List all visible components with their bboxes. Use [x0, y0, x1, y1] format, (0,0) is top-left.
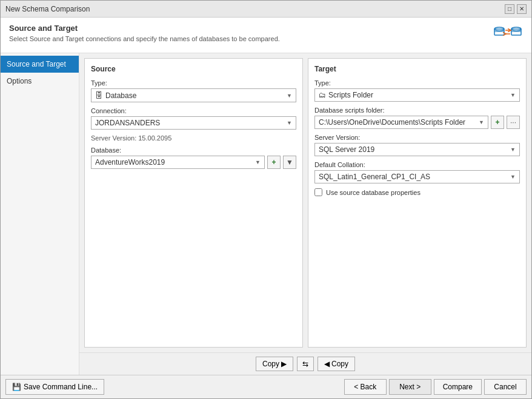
footer-right: < Back Next > Compare Cancel [344, 379, 527, 395]
target-collation-group: Default Collation: SQL_Latin1_General_CP… [314, 161, 520, 183]
next-button[interactable]: Next > [389, 379, 431, 395]
header-text: Source and Target Select Source and Targ… [9, 24, 493, 42]
target-panel-title: Target [314, 65, 520, 73]
target-sv-arrow: ▼ [510, 147, 516, 153]
cancel-button[interactable]: Cancel [484, 379, 527, 395]
back-button[interactable]: < Back [344, 379, 387, 395]
target-use-source-props-checkbox[interactable] [314, 188, 322, 196]
target-panel: Target Type: 🗂 Scripts Folder ▼ Databa [308, 58, 527, 348]
source-type-arrow: ▼ [287, 93, 292, 99]
sidebar-item-source-target[interactable]: Source and Target [1, 56, 79, 73]
main-window: New Schema Comparison □ ✕ Source and Tar… [0, 0, 532, 399]
target-collation-dropdown[interactable]: SQL_Latin1_General_CP1_CI_AS ▼ [314, 170, 520, 183]
copy-left-arrow-icon: ▶ [281, 360, 287, 368]
header-section: Source and Target Select Source and Targ… [1, 18, 531, 53]
save-icon: 💾 [12, 383, 21, 391]
target-use-source-props-label[interactable]: Use source database properties [326, 189, 421, 196]
source-spacer [91, 174, 296, 341]
header-icon [493, 24, 523, 48]
target-type-dropdown[interactable]: 🗂 Scripts Folder ▼ [314, 88, 520, 102]
target-collation-arrow: ▼ [510, 174, 516, 180]
source-database-row: AdventureWorks2019 ▼ + ▼ [91, 156, 296, 169]
title-bar: New Schema Comparison □ ✕ [1, 1, 531, 18]
target-folder-add-button[interactable]: + [491, 116, 504, 129]
footer-left: 💾 Save Command Line... [5, 379, 104, 395]
target-scripts-folder-row: C:\Users\OneDrive\Documents\Scripts Fold… [314, 116, 520, 129]
sidebar-item-options[interactable]: Options [1, 73, 79, 90]
target-scripts-folder-group: Database scripts folder: C:\Users\OneDri… [314, 107, 520, 129]
source-connection-arrow: ▼ [287, 120, 292, 126]
source-database-add-button[interactable]: + [267, 156, 281, 169]
copy-right-button[interactable]: ◀ Copy [318, 357, 355, 371]
close-button[interactable]: ✕ [517, 4, 527, 14]
copy-left-button[interactable]: Copy ▶ [256, 357, 293, 371]
minimize-button[interactable]: □ [505, 4, 514, 14]
source-connection-label: Connection: [91, 107, 296, 114]
target-folder-browse-button[interactable]: ··· [507, 116, 520, 129]
target-scripts-folder-label: Database scripts folder: [314, 107, 520, 114]
source-panel-title: Source [91, 65, 296, 73]
source-type-label: Type: [91, 79, 296, 87]
main-content: Source and Target Options Source Type: 🗄 [1, 53, 531, 375]
panels-row: Source Type: 🗄 Database ▼ Connection: [79, 53, 531, 352]
target-folder-icon: 🗂 [319, 91, 326, 99]
schema-comparison-icon [494, 24, 522, 47]
source-server-version: Server Version: 15.00.2095 [91, 134, 296, 142]
source-connection-dropdown[interactable]: JORDANSANDERS ▼ [91, 116, 296, 130]
source-type-group: Type: 🗄 Database ▼ [91, 79, 296, 102]
target-spacer [314, 201, 520, 341]
target-server-version-label: Server Version: [314, 134, 520, 141]
source-panel: Source Type: 🗄 Database ▼ Connection: [84, 58, 303, 348]
target-scripts-folder-dropdown[interactable]: C:\Users\OneDrive\Documents\Scripts Fold… [314, 116, 488, 129]
source-database-arrow: ▼ [255, 159, 261, 165]
header-description: Select Source and Target connections and… [9, 35, 493, 42]
source-database-label: Database: [91, 147, 296, 154]
target-server-version-dropdown[interactable]: SQL Server 2019 ▼ [314, 143, 520, 156]
target-type-arrow: ▼ [510, 92, 516, 98]
sidebar: Source and Target Options [1, 53, 79, 375]
source-database-dropdown[interactable]: AdventureWorks2019 ▼ [91, 156, 265, 169]
target-folder-dropdown-arrow: ▼ [479, 119, 484, 125]
compare-button[interactable]: Compare [434, 379, 482, 395]
footer: 💾 Save Command Line... < Back Next > Com… [1, 375, 531, 398]
target-type-label: Type: [314, 79, 520, 87]
panels-area: Source Type: 🗄 Database ▼ Connection: [79, 53, 531, 375]
copy-right-arrow-icon: ◀ [324, 360, 330, 368]
target-type-group: Type: 🗂 Scripts Folder ▼ [314, 79, 520, 102]
target-collation-label: Default Collation: [314, 161, 520, 168]
target-use-source-props-row: Use source database properties [314, 188, 520, 196]
transfer-button[interactable]: ⇆ [297, 357, 314, 371]
source-db-icon: 🗄 [95, 91, 103, 100]
header-title: Source and Target [9, 24, 493, 33]
source-database-group: Database: AdventureWorks2019 ▼ + ▼ [91, 147, 296, 169]
bottom-bar: Copy ▶ ⇆ ◀ Copy [79, 352, 531, 375]
source-database-more-button[interactable]: ▼ [283, 156, 296, 169]
source-connection-group: Connection: JORDANSANDERS ▼ [91, 107, 296, 130]
target-server-version-group: Server Version: SQL Server 2019 ▼ [314, 134, 520, 156]
save-command-line-button[interactable]: 💾 Save Command Line... [5, 379, 104, 395]
window-controls: □ ✕ [505, 4, 527, 14]
window-title: New Schema Comparison [5, 5, 90, 13]
transfer-icon: ⇆ [302, 360, 308, 368]
source-type-dropdown[interactable]: 🗄 Database ▼ [91, 88, 296, 102]
